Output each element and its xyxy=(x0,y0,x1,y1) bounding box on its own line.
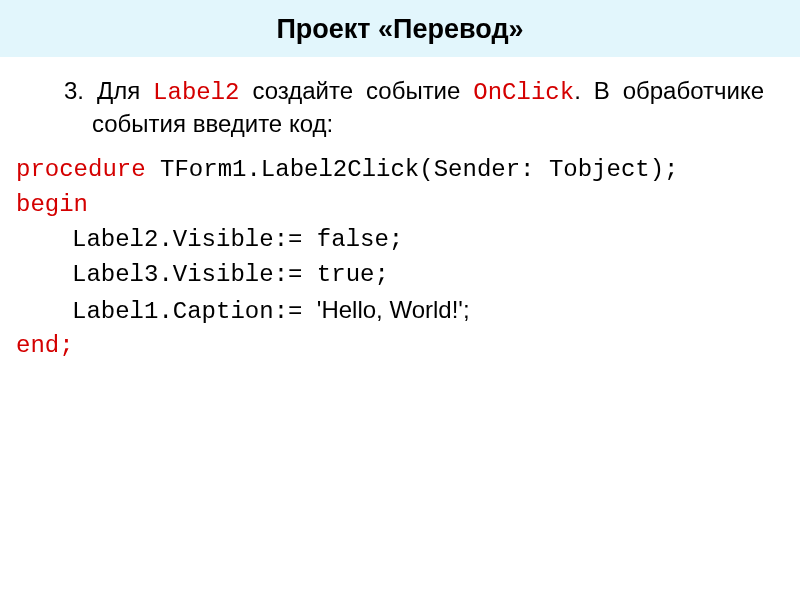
code-line: Label2.Visible:= false; xyxy=(16,226,403,253)
instruction-text: 3. Для Label2 создайте событие OnClick. … xyxy=(92,75,764,139)
slide-body: 3. Для Label2 создайте событие OnClick. … xyxy=(0,57,800,364)
slide: Проект «Перевод» 3. Для Label2 создайте … xyxy=(0,0,800,600)
slide-title: Проект «Перевод» xyxy=(0,0,800,57)
code-keyword: end; xyxy=(16,332,74,359)
code-ref-label2: Label2 xyxy=(153,79,239,106)
text-fragment: создайте событие xyxy=(240,77,474,104)
code-string: 'Hello, World!'; xyxy=(317,296,470,323)
list-number: 3. xyxy=(64,77,84,104)
code-keyword: begin xyxy=(16,191,88,218)
code-text: Label1.Caption:= xyxy=(72,298,317,325)
code-line: Label3.Visible:= true; xyxy=(16,261,389,288)
code-text: TForm1.Label2Click(Sender: Tobject); xyxy=(146,156,679,183)
text-fragment: Для xyxy=(97,77,153,104)
code-keyword: procedure xyxy=(16,156,146,183)
code-ref-onclick: OnClick xyxy=(473,79,574,106)
code-line: Label1.Caption:= 'Hello, World!'; xyxy=(16,298,470,325)
code-block: procedure TForm1.Label2Click(Sender: Tob… xyxy=(16,153,764,364)
